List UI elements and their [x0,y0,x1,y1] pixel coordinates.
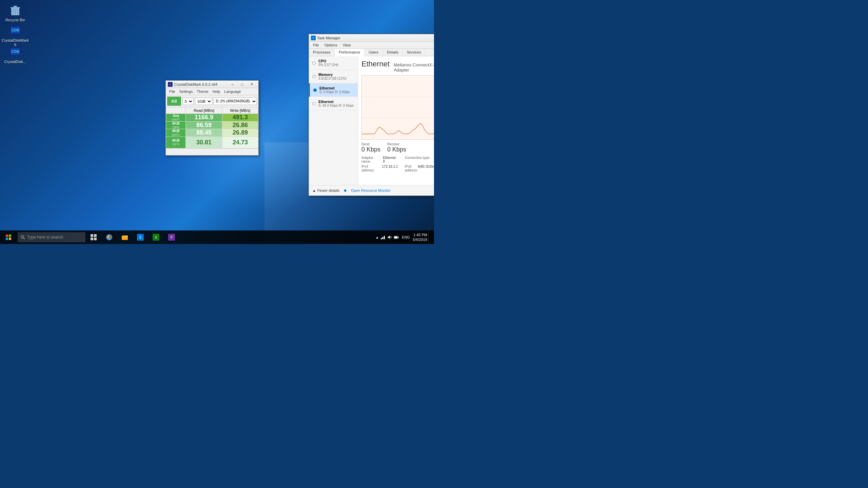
cdm-read-header: Read [MB/s] [186,107,222,114]
sidebar-item-cpu[interactable]: CPU 5% 2.57 GHz [309,56,358,70]
desktop: Recycle Bin CDM CrystalDiskMark 6 CDM Cr… [0,0,434,244]
cdm-minimize-button[interactable]: ─ [228,81,237,88]
cdm-menu-theme[interactable]: Theme [195,89,210,94]
tab-performance[interactable]: Performance [335,49,364,56]
app2-taskbar-button[interactable]: X [149,230,163,244]
tm-title-icon: T [311,36,316,40]
svg-line-5 [17,9,18,14]
svg-rect-19 [6,235,8,237]
svg-rect-1 [11,7,20,8]
taskbar-search[interactable]: Type here to search [18,232,85,242]
systray-overflow-icon[interactable]: ▲ [375,236,379,239]
svg-line-24 [23,238,25,239]
tm-tabs: Processes Performance Users Details Serv… [309,49,434,56]
table-row: Seq Q32T1 1166.9 491.3 [166,114,258,122]
cdm-toolbar: All 5 1GiB D: 2% (499/29439GiB) [166,95,258,107]
file-explorer-icon [121,234,128,241]
cdm-menu-settings[interactable]: Settings [177,89,195,94]
cdm-close-button[interactable]: ✕ [247,81,256,88]
app1-taskbar-button[interactable]: S [133,230,148,244]
cpu-radio [312,61,316,65]
cdm-icon-svg-2: CDM [9,45,21,58]
svg-text:CDM: CDM [12,50,19,54]
cdm-disk-select[interactable]: D: 2% (499/29439GiB) [214,98,257,105]
cdm-row-label-0: Seq Q32T1 [166,114,186,122]
svg-text:T: T [313,37,314,39]
svg-text:P: P [171,236,173,239]
cdm-write-header: Write [MB/s] [222,107,258,114]
cdm-icon-svg-1: CDM [9,24,21,36]
task-view-button[interactable] [86,230,101,244]
detail-row-0: Adapter name: Ethernet 9 [361,156,398,163]
search-icon [20,235,25,240]
tm-menu-view[interactable]: View [340,42,354,48]
tab-services[interactable]: Services [403,49,426,56]
tm-chart-area: Throughput 500 Mbps 200 Mbps 0 60 second… [361,75,434,140]
network-icon[interactable] [380,235,386,240]
chrome-taskbar-button[interactable] [102,230,117,244]
cdm-menu-help[interactable]: Help [211,89,222,94]
sidebar-item-ethernet-2[interactable]: Ethernet S: 64.0 Kbps R: 0 Kbps [309,97,358,110]
tm-details-grid: Adapter name: Ethernet 9 Connection type… [361,156,434,172]
recycle-bin-icon[interactable]: Recycle Bin [2,2,29,24]
tm-send-stat: Send 0 Kbps [361,142,380,153]
cdm-titlebar[interactable]: C CrystalDiskMark 6.0.2 x64 ─ □ ✕ [166,81,258,88]
tm-titlebar[interactable]: T Task Manager ─ □ ✕ [309,34,434,42]
file-explorer-taskbar-button[interactable] [117,230,132,244]
app3-taskbar-button[interactable]: P [164,230,179,244]
power-icon[interactable] [394,235,399,240]
tm-stats: Send 0 Kbps Receive 0 Kbps [361,142,434,153]
taskbar-clock[interactable]: 1:45 PM 5/4/2019 [413,232,427,242]
svg-text:X: X [155,236,157,239]
cdm-size-select[interactable]: 1GiB [195,98,212,105]
ethernet2-radio [312,102,316,105]
svg-marker-42 [388,236,390,239]
svg-rect-26 [94,234,97,237]
svg-rect-21 [6,238,8,240]
cdm-write-2: 26.89 [222,129,258,137]
show-desktop-button[interactable] [429,230,431,244]
cdm-maximize-button[interactable]: □ [237,81,247,88]
svg-rect-2 [14,6,17,7]
taskbar-system-tray: ▲ ENG [375,230,434,244]
cdm-footer [166,148,258,155]
tab-processes[interactable]: Processes [309,49,335,56]
svg-rect-20 [9,235,11,237]
cdm-all-button[interactable]: All [167,97,181,106]
taskbar: Type here to search [0,230,434,244]
volume-icon[interactable] [387,235,392,240]
start-button[interactable] [0,230,17,244]
cdm-results-table: Read [MB/s] Write [MB/s] Seq Q32T1 1166.… [166,107,258,148]
tab-users[interactable]: Users [364,49,383,56]
tm-receive-stat: Receive 0 Kbps [387,142,406,153]
tab-details[interactable]: Details [383,49,403,56]
chevron-up-icon: ▲ [312,188,316,192]
svg-rect-39 [381,238,382,239]
ethernet1-radio [313,88,317,92]
svg-text:CDM: CDM [12,28,19,32]
sidebar-item-ethernet-1[interactable]: Ethernet S: 0 Kbps R: 0 Kbps [309,83,358,97]
store-icon: S [137,234,144,241]
cdm-window-controls: ─ □ ✕ [228,81,256,88]
fewer-details-button[interactable]: ▲ Fewer details [312,188,339,192]
taskbar-language[interactable]: ENG [402,235,410,239]
svg-rect-25 [91,234,93,237]
tm-menu-file[interactable]: File [310,42,322,48]
chrome-icon [106,234,113,241]
windows-logo-icon [6,235,11,240]
sidebar-item-memory[interactable]: Memory 3.5/32.0 GB (11%) [309,70,358,83]
svg-rect-45 [398,237,399,238]
tm-menubar: File Options View [309,42,434,49]
crystaldiskmark-icon-2[interactable]: CDM CrystalDisk... [2,43,29,65]
open-resource-monitor-link[interactable]: Open Resource Monitor [351,188,391,192]
taskbar-pinned-apps: S X P [102,230,179,244]
cdm-menu-language[interactable]: Language [222,89,243,94]
cdm-menu-file[interactable]: File [167,89,177,94]
detail-row-1: Connection type: Ethernet [405,156,434,163]
cdm-count-select[interactable]: 5 [182,98,194,105]
tm-content: CPU 5% 2.57 GHz Memory 3.5/32.0 GB (11%)… [309,56,434,185]
svg-rect-44 [394,237,397,238]
tm-footer: ▲ Fewer details ● Open Resource Monitor [309,185,434,196]
svg-point-23 [21,236,24,238]
tm-menu-options[interactable]: Options [322,42,340,48]
